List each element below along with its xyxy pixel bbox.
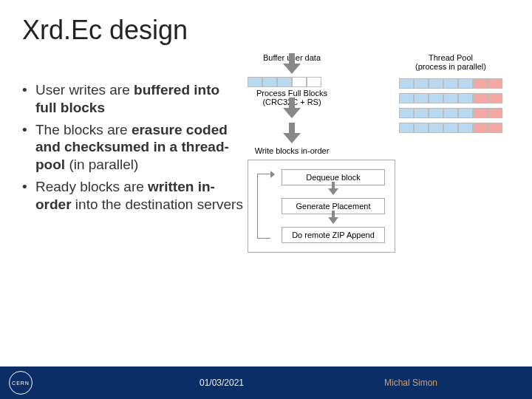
footer: CERN 01/03/2021 Michal Simon xyxy=(0,366,532,399)
write-label: Write blocks in-order xyxy=(248,146,336,155)
arrow-down-icon xyxy=(328,188,338,195)
ec-block-row xyxy=(384,93,517,103)
bullet-text: Ready blocks are xyxy=(35,179,148,194)
bullet-text: (in parallel) xyxy=(65,157,138,172)
bullet-text: The blocks are xyxy=(35,122,132,137)
cern-logo-icon: CERN xyxy=(9,371,33,395)
bullet-text: User writes are xyxy=(35,82,134,98)
process-label-line1: Process Full Blocks xyxy=(256,89,327,98)
footer-date: 01/03/2021 xyxy=(177,378,266,388)
thread-pool-line1: Thread Pool xyxy=(429,53,473,62)
ec-block-row xyxy=(384,78,517,89)
diagram: Thread Pool (process in parallel) Buffer… xyxy=(248,53,528,253)
write-group: Dequeue block Generate Placement Do remo… xyxy=(248,160,395,253)
thread-pool-line2: (process in parallel) xyxy=(415,62,486,71)
thread-pool-column: Thread Pool (process in parallel) xyxy=(384,53,517,137)
arrow-down-icon xyxy=(283,64,301,74)
ec-block-row xyxy=(384,108,517,118)
thread-pool-label: Thread Pool (process in parallel) xyxy=(384,53,517,71)
top-flow: Buffer user data Process Full Blocks (CR… xyxy=(248,53,336,253)
bullet-item: User writes are buffered into full block… xyxy=(22,81,244,117)
bullet-item: The blocks are erasure coded and checksu… xyxy=(22,121,244,174)
buffer-row xyxy=(248,77,336,87)
footer-author: Michal Simon xyxy=(384,378,437,388)
append-box: Do remote ZIP Append xyxy=(282,227,385,243)
arrow-down-icon xyxy=(283,108,301,118)
bullet-item: Ready blocks are written in-order into t… xyxy=(22,178,244,214)
bullet-list: User writes are buffered into full block… xyxy=(22,81,244,217)
bullet-text: into the destination servers xyxy=(72,197,243,212)
loop-arrow-icon xyxy=(257,174,270,239)
slide-title: Xrd.Ec design xyxy=(22,15,188,46)
ec-block-row xyxy=(384,123,517,133)
arrow-down-icon xyxy=(328,217,338,224)
arrow-down-icon xyxy=(283,133,301,143)
